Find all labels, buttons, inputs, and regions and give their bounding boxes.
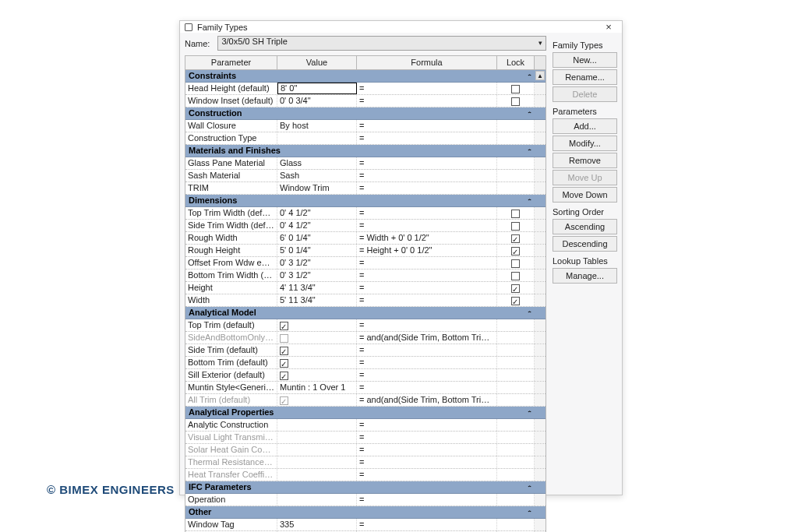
param-formula-cell[interactable]: = Width + 0' 0 1/2" bbox=[357, 232, 497, 244]
param-value-cell[interactable]: 6' 0 1/4" bbox=[277, 232, 357, 244]
category-header[interactable]: Analytical Model bbox=[185, 307, 546, 319]
col-parameter[interactable]: Parameter bbox=[185, 56, 277, 69]
param-lock-cell[interactable] bbox=[497, 120, 535, 132]
param-formula-cell[interactable]: = bbox=[357, 132, 497, 144]
param-name-cell[interactable]: Operation bbox=[185, 494, 277, 506]
param-formula-cell[interactable]: = bbox=[357, 444, 497, 456]
param-formula-cell[interactable]: = bbox=[357, 294, 497, 306]
param-value-cell[interactable]: Window Trim bbox=[277, 182, 357, 194]
parameter-row[interactable]: Bottom Trim (default)= bbox=[185, 357, 546, 369]
param-value-cell[interactable]: 8' 0" bbox=[277, 83, 357, 94]
lock-checkbox[interactable] bbox=[511, 284, 520, 293]
value-checkbox[interactable] bbox=[280, 347, 288, 355]
param-formula-cell[interactable]: = bbox=[357, 344, 497, 356]
parameter-row[interactable]: Rough Width6' 0 1/4"= Width + 0' 0 1/2" bbox=[185, 232, 546, 245]
param-lock-cell[interactable] bbox=[497, 270, 535, 281]
param-name-cell[interactable]: SideAndBottomOnly (default) bbox=[185, 332, 277, 344]
add-param-button[interactable]: Add... bbox=[553, 118, 617, 134]
parameter-row[interactable]: Solar Heat Gain Coefficient= bbox=[185, 444, 546, 456]
manage-lookup-button[interactable]: Manage... bbox=[553, 268, 617, 284]
value-checkbox[interactable] bbox=[280, 359, 288, 368]
param-value-cell[interactable] bbox=[277, 344, 357, 356]
param-lock-cell[interactable] bbox=[497, 170, 535, 181]
param-value-cell[interactable] bbox=[277, 469, 357, 481]
param-value-cell[interactable]: 5' 11 3/4" bbox=[277, 294, 357, 306]
param-lock-cell[interactable] bbox=[497, 232, 535, 244]
parameter-row[interactable]: Bottom Trim Width (default)0' 3 1/2"= bbox=[185, 270, 546, 282]
param-value-cell[interactable]: 4' 11 3/4" bbox=[277, 282, 357, 294]
col-value[interactable]: Value bbox=[277, 56, 357, 69]
param-value-cell[interactable]: 0' 0 3/4" bbox=[277, 95, 357, 107]
param-formula-cell[interactable]: = bbox=[357, 494, 497, 506]
category-header[interactable]: Constraints bbox=[185, 70, 546, 83]
param-name-cell[interactable]: Top Trim Width (default) bbox=[185, 207, 277, 219]
param-name-cell[interactable]: TRIM bbox=[185, 182, 277, 194]
param-name-cell[interactable]: Solar Heat Gain Coefficient bbox=[185, 444, 277, 456]
parameter-row[interactable]: Muntin Style<Generic Models> (defMuntin … bbox=[185, 382, 546, 394]
lock-checkbox[interactable] bbox=[511, 272, 520, 280]
param-formula-cell[interactable]: = bbox=[357, 319, 497, 331]
lock-checkbox[interactable] bbox=[511, 297, 520, 305]
category-header[interactable]: Construction bbox=[185, 107, 546, 120]
param-formula-cell[interactable]: = bbox=[357, 369, 497, 381]
lock-checkbox[interactable] bbox=[511, 247, 520, 255]
param-name-cell[interactable]: Sash Material bbox=[185, 170, 277, 181]
param-formula-cell[interactable]: = bbox=[357, 469, 497, 481]
category-header[interactable]: Dimensions bbox=[185, 195, 546, 207]
param-formula-cell[interactable]: = bbox=[357, 157, 497, 169]
param-lock-cell[interactable] bbox=[497, 382, 535, 393]
param-value-cell[interactable] bbox=[277, 432, 357, 443]
parameter-row[interactable]: Construction Type= bbox=[185, 132, 546, 145]
param-value-cell[interactable] bbox=[277, 394, 357, 406]
param-lock-cell[interactable] bbox=[497, 245, 535, 256]
param-lock-cell[interactable] bbox=[497, 344, 535, 356]
param-lock-cell[interactable] bbox=[497, 369, 535, 381]
param-name-cell[interactable]: Window Inset (default) bbox=[185, 95, 277, 107]
parameter-row[interactable]: Width5' 11 3/4"= bbox=[185, 294, 546, 307]
param-value-cell[interactable]: Sash bbox=[277, 170, 357, 181]
param-formula-cell[interactable]: = bbox=[357, 95, 497, 107]
param-name-cell[interactable]: All Trim (default) bbox=[185, 394, 277, 406]
param-name-cell[interactable]: Heat Transfer Coefficient (U) bbox=[185, 469, 277, 481]
param-value-cell[interactable]: Muntin : 1 Over 1 bbox=[277, 382, 357, 393]
param-lock-cell[interactable] bbox=[497, 394, 535, 406]
param-formula-cell[interactable]: = bbox=[357, 282, 497, 294]
param-value-cell[interactable] bbox=[277, 456, 357, 468]
param-formula-cell[interactable]: = bbox=[357, 182, 497, 194]
grid-body[interactable]: ConstraintsHead Height (default)8' 0"=Wi… bbox=[185, 70, 546, 532]
parameter-row[interactable]: Visual Light Transmittance= bbox=[185, 432, 546, 444]
lock-checkbox[interactable] bbox=[511, 210, 520, 218]
param-lock-cell[interactable] bbox=[497, 207, 535, 219]
param-value-cell[interactable]: Glass bbox=[277, 157, 357, 169]
param-name-cell[interactable]: Bottom Trim Width (default) bbox=[185, 270, 277, 281]
param-name-cell[interactable]: Rough Height bbox=[185, 245, 277, 256]
param-name-cell[interactable]: Top Trim (default) bbox=[185, 319, 277, 331]
param-value-cell[interactable] bbox=[277, 419, 357, 431]
type-name-select[interactable]: 3/0x5/0 SH Triple ▾ bbox=[217, 36, 546, 51]
param-name-cell[interactable]: Glass Pane Material bbox=[185, 157, 277, 169]
parameter-row[interactable]: TRIMWindow Trim= bbox=[185, 182, 546, 195]
param-value-cell[interactable]: 335 bbox=[277, 519, 357, 530]
param-value-cell[interactable] bbox=[277, 369, 357, 381]
param-name-cell[interactable]: Rough Width bbox=[185, 232, 277, 244]
value-checkbox[interactable] bbox=[280, 372, 288, 380]
lock-checkbox[interactable] bbox=[511, 97, 520, 106]
parameter-row[interactable]: Wall ClosureBy host= bbox=[185, 120, 546, 132]
param-formula-cell[interactable]: = bbox=[357, 220, 497, 231]
param-value-cell[interactable] bbox=[277, 357, 357, 368]
parameter-row[interactable]: Window Tag335= bbox=[185, 519, 546, 531]
param-lock-cell[interactable] bbox=[497, 132, 535, 144]
param-name-cell[interactable]: Width bbox=[185, 294, 277, 306]
parameter-row[interactable]: Sill Exterior (default)= bbox=[185, 369, 546, 382]
parameter-row[interactable]: Rough Height5' 0 1/4"= Height + 0' 0 1/2… bbox=[185, 245, 546, 257]
category-header[interactable]: Materials and Finishes bbox=[185, 145, 546, 157]
param-name-cell[interactable]: Sill Exterior (default) bbox=[185, 369, 277, 381]
param-value-cell[interactable]: 0' 3 1/2" bbox=[277, 270, 357, 281]
param-name-cell[interactable]: Thermal Resistance (R) bbox=[185, 456, 277, 468]
param-name-cell[interactable]: Height bbox=[185, 282, 277, 294]
param-name-cell[interactable]: Muntin Style<Generic Models> (def bbox=[185, 382, 277, 393]
lock-checkbox[interactable] bbox=[511, 222, 520, 231]
param-lock-cell[interactable] bbox=[497, 469, 535, 481]
param-value-cell[interactable] bbox=[277, 444, 357, 456]
lock-checkbox[interactable] bbox=[511, 234, 520, 243]
